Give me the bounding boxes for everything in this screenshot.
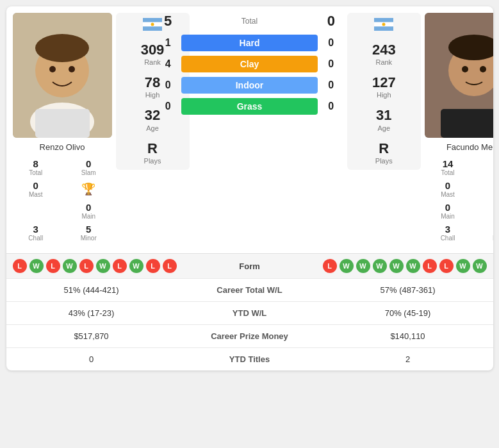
grass-badge: Grass	[181, 98, 318, 115]
svg-point-20	[480, 66, 486, 72]
left-player-photo	[13, 13, 112, 138]
total-score-row: 5 Total 0	[158, 13, 341, 29]
left-career-wl: 51% (444-421)	[6, 279, 177, 302]
svg-rect-6	[35, 109, 90, 138]
left-ytd-wl: 43% (17-23)	[6, 302, 177, 325]
right-age-stat: 31 Age	[376, 108, 391, 131]
left-bottom-stats: 8 Total 0 Slam 0 Mast 🏆	[13, 153, 112, 247]
center-section: 5 Total 0 1 Hard 0 4 Clay 0 0 Indoor 0	[156, 13, 343, 247]
career-wl-label: Career Total W/L	[177, 279, 323, 302]
right-slam-stat: 0 Slam	[477, 158, 493, 176]
left-trophy-icon: 🏆	[81, 182, 95, 196]
right-bottom-stats: 14 Total 0 Slam 0 Mast 🏆 0	[425, 153, 493, 247]
right-plays-stat: R Plays	[375, 141, 393, 165]
form-ball-l: L	[423, 259, 437, 273]
right-chall-stat: 3 Chall	[425, 224, 471, 242]
right-mast-stat: 0 Mast	[425, 180, 471, 198]
form-ball-l: L	[323, 259, 337, 273]
svg-point-5	[69, 66, 75, 72]
right-main-stat: 0 Main	[425, 202, 471, 220]
form-ball-l: L	[113, 259, 127, 273]
form-ball-w: W	[29, 259, 44, 273]
right-ytd-titles: 2	[323, 348, 493, 371]
right-trophy-icon-container: 🏆	[477, 180, 493, 198]
form-ball-l: L	[163, 259, 177, 273]
right-main-stat-2	[477, 202, 493, 220]
right-prize-money: $140,110	[323, 325, 493, 348]
clay-badge: Clay	[181, 56, 318, 72]
svg-rect-13	[374, 26, 393, 31]
right-form-balls: LWWWWWLLWW	[275, 259, 487, 273]
right-player-name: Facundo Mena	[446, 142, 493, 152]
left-minor-stat: 5 Minor	[65, 224, 112, 242]
left-player-name: Renzo Olivo	[40, 142, 85, 152]
grass-surface-row: 0 Grass 0	[158, 98, 341, 115]
svg-rect-11	[374, 18, 393, 22]
right-player-card: Facundo Mena 14 Total 0 Slam 0 Mast	[425, 13, 493, 247]
form-ball-w: W	[96, 259, 110, 273]
left-chall-stat: 3 Chall	[13, 224, 60, 242]
left-main-stat: 0 Main	[65, 202, 112, 220]
hard-badge: Hard	[181, 35, 318, 51]
form-ball-w: W	[456, 259, 470, 273]
form-ball-l: L	[439, 259, 454, 273]
form-ball-w: W	[473, 259, 487, 273]
ytd-wl-label: YTD W/L	[177, 302, 323, 325]
right-ytd-wl: 70% (45-19)	[323, 302, 493, 325]
left-ytd-titles: 0	[6, 348, 177, 371]
svg-rect-16	[441, 109, 493, 138]
left-player-area: Renzo Olivo 8 Total 0 Slam 0 Mast	[13, 13, 152, 247]
career-wl-row: 51% (444-421) Career Total W/L 57% (487-…	[6, 279, 493, 302]
form-ball-l: L	[13, 259, 27, 273]
left-player-card: Renzo Olivo 8 Total 0 Slam 0 Mast	[13, 13, 112, 247]
form-ball-l: L	[79, 259, 94, 273]
comparison-container: Renzo Olivo 8 Total 0 Slam 0 Mast	[6, 6, 493, 370]
form-label: Form	[224, 261, 275, 271]
right-rank-stat: 243 Rank	[372, 42, 396, 66]
clay-surface-row: 4 Clay 0	[158, 56, 341, 72]
hard-surface-row: 1 Hard 0	[158, 35, 341, 51]
right-player-photo	[425, 13, 493, 138]
svg-point-14	[382, 23, 386, 26]
left-total-stat: 8 Total	[13, 158, 60, 176]
form-ball-w: W	[389, 259, 404, 273]
form-section: LWLWLWLWLL Form LWWWWWLLWW	[6, 253, 493, 278]
form-ball-w: W	[63, 259, 77, 273]
ytd-wl-row: 43% (17-23) YTD W/L 70% (45-19)	[6, 302, 493, 325]
ytd-titles-label: YTD Titles	[177, 348, 323, 371]
right-total-stat: 14 Total	[425, 158, 471, 176]
right-player-area: 243 Rank 127 High 31 Age R Plays	[347, 13, 487, 247]
stats-table: 51% (444-421) Career Total W/L 57% (487-…	[6, 278, 493, 370]
left-trophy-icon-container: 🏆	[65, 180, 112, 198]
left-prize-money: $517,870	[6, 325, 177, 348]
players-section: Renzo Olivo 8 Total 0 Slam 0 Mast	[6, 6, 493, 253]
left-main-stat-placeholder	[13, 202, 60, 220]
indoor-badge: Indoor	[181, 77, 318, 94]
form-ball-l: L	[46, 259, 60, 273]
left-slam-stat: 0 Slam	[65, 158, 112, 176]
svg-point-4	[49, 66, 56, 72]
right-career-wl: 57% (487-361)	[323, 279, 493, 302]
form-ball-w: W	[373, 259, 387, 273]
form-ball-w: W	[129, 259, 143, 273]
right-flag	[374, 18, 393, 33]
right-minor-stat: 11 Minor	[477, 224, 493, 242]
form-ball-w: W	[406, 259, 420, 273]
right-high-stat: 127 High	[372, 75, 396, 99]
indoor-surface-row: 0 Indoor 0	[158, 77, 341, 94]
right-stats-panel: 243 Rank 127 High 31 Age R Plays	[347, 13, 421, 170]
left-mast-stat: 0 Mast	[13, 180, 60, 198]
svg-point-3	[35, 34, 89, 62]
svg-point-19	[462, 66, 468, 72]
prize-money-row: $517,870 Career Prize Money $140,110	[6, 325, 493, 348]
svg-point-10	[151, 23, 154, 26]
ytd-titles-row: 0 YTD Titles 2	[6, 348, 493, 371]
left-form-balls: LWLWLWLWLL	[13, 259, 224, 273]
form-ball-w: W	[356, 259, 370, 273]
prize-money-label: Career Prize Money	[177, 325, 323, 348]
form-ball-l: L	[146, 259, 160, 273]
form-ball-w: W	[339, 259, 354, 273]
